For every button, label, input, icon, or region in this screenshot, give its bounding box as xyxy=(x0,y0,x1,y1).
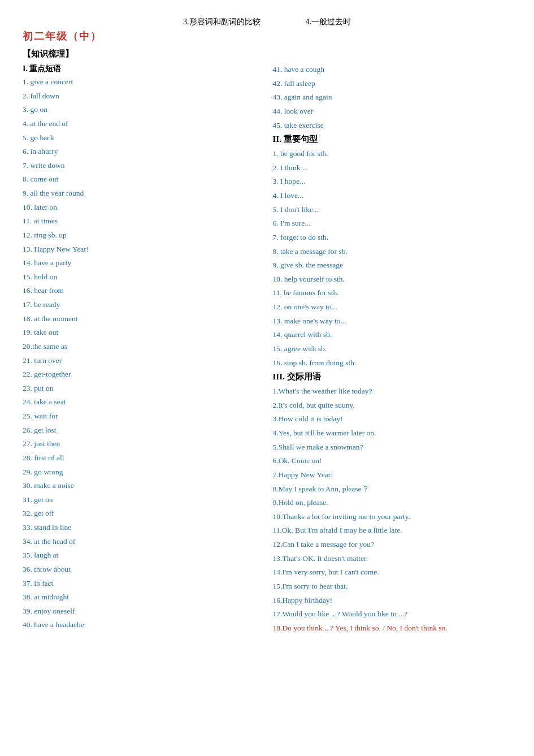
list-item: 7. forget to do sth. xyxy=(273,231,512,244)
list-item: 6. in ahurry xyxy=(23,145,262,158)
list-item: 1. give a concert xyxy=(23,75,262,89)
list-item: 14. quarrel with sb. xyxy=(273,328,512,342)
list-item: 12. on one's way to... xyxy=(273,300,512,314)
list-item: 23. put on xyxy=(23,382,262,395)
list-item: 29. go wrong xyxy=(23,465,262,479)
list-item: 14. have a party xyxy=(23,256,262,270)
list-item: 30. make a noise xyxy=(23,479,262,493)
page-header: 3.形容词和副词的比较 4.一般过去时 初二年级（中） xyxy=(23,17,511,43)
knowledge-label: 【知识梳理】 xyxy=(23,49,511,59)
list-item: 16.Happy birthday! xyxy=(273,594,512,607)
list-item: 16. hear from xyxy=(23,284,262,297)
header-left-text: 3.形容词和副词的比较 xyxy=(183,17,261,27)
list-item: 15. agree with sb. xyxy=(273,342,512,356)
right-communication-list: 1.What's the weather like today?2.It's c… xyxy=(273,385,512,634)
list-item: 3. go on xyxy=(23,103,262,116)
list-item: 3.How cold it is today! xyxy=(273,412,512,426)
list-item: 3. I hope... xyxy=(273,175,512,188)
list-item: 10.Thanks a lot for inviting me to your … xyxy=(273,510,512,524)
section3-title: III. 交际用语 xyxy=(273,371,512,382)
list-item: 33. stand in line xyxy=(23,521,262,534)
list-item: 5.Shall we make a snowman? xyxy=(273,440,512,454)
list-item: 2. I think ... xyxy=(273,161,512,175)
list-item: 5. I don't like... xyxy=(273,203,512,217)
list-item: 8. take a message for sb. xyxy=(273,245,512,258)
list-item: 24. take a seat xyxy=(23,395,262,409)
list-item: 8.May I speak to Ann, please？ xyxy=(273,482,512,496)
list-item: 25. wait for xyxy=(23,409,262,423)
list-item: 38. at midnight xyxy=(23,590,262,604)
list-item: 4. I love... xyxy=(273,189,512,202)
list-item: 17.Would you like ...? Would you like to… xyxy=(273,607,512,621)
list-item: 1.What's the weather like today? xyxy=(273,385,512,398)
left-column: I. 重点短语 1. give a concert2. fall down3. … xyxy=(23,63,267,635)
list-item: 6.Ok. Come on! xyxy=(273,454,512,468)
list-item: 17. be ready xyxy=(23,298,262,312)
list-item: 31. get on xyxy=(23,493,262,507)
list-item: 40. have a headache xyxy=(23,618,262,632)
list-item: 2.It's cold, but quite suuny. xyxy=(273,399,512,412)
list-item: 13. make one's way to... xyxy=(273,314,512,328)
right-column: 41. have a cough42. fall asleep43. again… xyxy=(267,63,512,635)
list-item: 44. look over xyxy=(273,105,512,118)
list-item: 9. give sb. the message xyxy=(273,258,512,272)
list-item: 19. take out xyxy=(23,326,262,339)
list-item: 9.Hold on, please. xyxy=(273,496,512,509)
list-item: 4.Yes, but it'll be warmer later on. xyxy=(273,426,512,440)
list-item: 11. be famous for sth. xyxy=(273,286,512,300)
list-item: 18.Do you think ...? Yes, I think so. / … xyxy=(273,621,512,635)
left-items-list: 1. give a concert2. fall down3. go on4. … xyxy=(23,75,262,632)
list-item: 9. all the year round xyxy=(23,187,262,200)
list-item: 7.Happy New Year! xyxy=(273,468,512,482)
list-item: 41. have a cough xyxy=(273,63,512,76)
list-item: 26. get lost xyxy=(23,424,262,437)
list-item: 12.Can I take a message for you? xyxy=(273,538,512,551)
right-phrases-list: 41. have a cough42. fall asleep43. again… xyxy=(273,63,512,132)
list-item: 8. come out xyxy=(23,172,262,186)
list-item: 13.That's OK. It doesn't matter. xyxy=(273,552,512,565)
list-item: 18. at the moment xyxy=(23,312,262,326)
list-item: 34. at the head of xyxy=(23,535,262,548)
list-item: 36. throw about xyxy=(23,563,262,576)
list-item: 21. turn over xyxy=(23,354,262,368)
list-item: 32. get off xyxy=(23,507,262,520)
list-item: 27. just then xyxy=(23,437,262,451)
list-item: 15. hold on xyxy=(23,270,262,284)
list-item: 5. go back xyxy=(23,131,262,145)
list-item: 11. at times xyxy=(23,214,262,228)
right-sentences-list: 1. be good for sth.2. I think ...3. I ho… xyxy=(273,147,512,369)
section2-title: II. 重要句型 xyxy=(273,134,512,145)
list-item: 14.I'm very sorry, but I can't come. xyxy=(273,565,512,579)
list-item: 16. stop sb. from doing sth. xyxy=(273,356,512,370)
content-area: I. 重点短语 1. give a concert2. fall down3. … xyxy=(23,63,511,635)
list-item: 28. first of all xyxy=(23,451,262,465)
header-right-text: 4.一般过去时 xyxy=(306,17,351,27)
page-title: 初二年级（中） xyxy=(23,29,511,43)
list-item: 37. in fact xyxy=(23,577,262,590)
list-item: 39. enjoy oneself xyxy=(23,604,262,618)
list-item: 6. I'm sure... xyxy=(273,217,512,230)
list-item: 10. help yourself to sth. xyxy=(273,273,512,286)
list-item: 13. Happy New Year! xyxy=(23,243,262,256)
list-item: 42. fall asleep xyxy=(273,77,512,90)
list-item: 2. fall down xyxy=(23,89,262,103)
list-item: 1. be good for sth. xyxy=(273,147,512,161)
list-item: 4. at the end of xyxy=(23,117,262,131)
list-item: 22. get-together xyxy=(23,368,262,381)
list-item: 43. again and again xyxy=(273,90,512,104)
list-item: 7. write down xyxy=(23,159,262,172)
list-item: 15.I'm sorry to hear that. xyxy=(273,580,512,593)
list-item: 45. take exercise xyxy=(273,119,512,132)
section1-title: I. 重点短语 xyxy=(23,64,262,74)
list-item: 10. later on xyxy=(23,201,262,214)
list-item: 11.Ok. But I'm afraid I may be a little … xyxy=(273,524,512,537)
list-item: 35. laugh at xyxy=(23,548,262,562)
list-item: 12. ring sb. up xyxy=(23,228,262,242)
list-item: 20.the same as xyxy=(23,340,262,353)
